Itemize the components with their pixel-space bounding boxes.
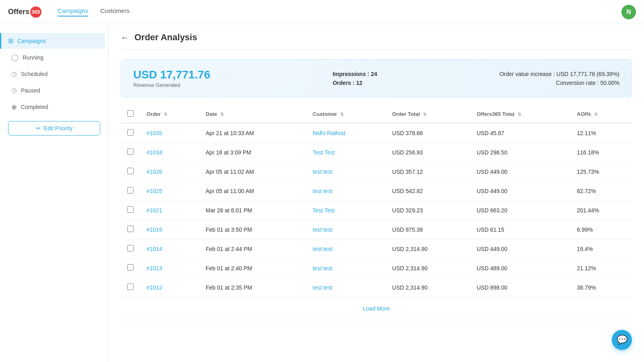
order-link-0[interactable]: #1035 bbox=[147, 130, 162, 136]
nav-campaigns[interactable]: Campaigns bbox=[58, 7, 88, 16]
row-checkbox-8[interactable] bbox=[127, 284, 134, 290]
order-link-4[interactable]: #1021 bbox=[147, 207, 162, 214]
order-link-2[interactable]: #1026 bbox=[147, 169, 162, 175]
back-button[interactable]: ← bbox=[121, 33, 129, 42]
stats-right: Order value increase : USD 17,771.76 (69… bbox=[500, 71, 619, 86]
orders-table: Order ⇅ Date ⇅ Customer ⇅ Order Total ⇅ bbox=[121, 105, 632, 320]
table-row: #1021 Mar 28 at 6:01 PM Test Test USD 32… bbox=[121, 201, 632, 220]
row-customer-6: test test bbox=[306, 239, 386, 259]
row-offers365-total-7: USD 489.00 bbox=[470, 259, 570, 278]
order-link-1[interactable]: #1034 bbox=[147, 149, 162, 156]
row-checkbox-6[interactable] bbox=[127, 245, 134, 251]
row-checkbox-4[interactable] bbox=[127, 206, 134, 213]
customer-link-2[interactable]: test test bbox=[313, 169, 332, 175]
row-order-total-2: USD 357.12 bbox=[386, 162, 470, 181]
table-row: #1012 Feb 01 at 2:35 PM test test USD 2,… bbox=[121, 278, 632, 297]
order-value-increase-label: Order value increase : bbox=[500, 71, 555, 77]
logo-text: Offers bbox=[8, 8, 29, 16]
customer-sort-icon: ⇅ bbox=[340, 112, 344, 117]
row-checkbox-2[interactable] bbox=[127, 168, 134, 174]
user-avatar[interactable]: N bbox=[621, 5, 636, 19]
order-link-3[interactable]: #1025 bbox=[147, 188, 162, 194]
customer-link-0[interactable]: Nidhi Rathod bbox=[313, 130, 345, 136]
order-link-5[interactable]: #1016 bbox=[147, 226, 162, 233]
row-checkbox-cell bbox=[121, 239, 140, 259]
nav-links: Campaigns Customers bbox=[58, 7, 129, 16]
chat-fab-button[interactable]: 💬 bbox=[612, 330, 632, 350]
row-checkbox-7[interactable] bbox=[127, 264, 134, 271]
orders-value: 12 bbox=[356, 80, 363, 86]
row-aoi-5: 6.99% bbox=[570, 220, 632, 239]
select-all-checkbox[interactable] bbox=[127, 110, 134, 117]
row-checkbox-0[interactable] bbox=[127, 129, 134, 136]
edit-priority-button[interactable]: ✏ Edit Priority bbox=[8, 121, 100, 136]
row-date-7: Feb 01 at 2:40 PM bbox=[199, 259, 306, 278]
row-order-total-1: USD 256.93 bbox=[386, 143, 470, 162]
row-customer-3: test test bbox=[306, 181, 386, 201]
row-order-total-7: USD 2,314.90 bbox=[386, 259, 470, 278]
row-offers365-total-4: USD 663.20 bbox=[470, 201, 570, 220]
stats-left: USD 17,771.76 Revenue Generated bbox=[133, 68, 210, 88]
order-value-increase-row: Order value increase : USD 17,771.76 (69… bbox=[500, 71, 619, 77]
row-aoi-1: 116.18% bbox=[570, 143, 632, 162]
row-checkbox-cell bbox=[121, 181, 140, 201]
row-aoi-4: 201.44% bbox=[570, 201, 632, 220]
conversion-rate-value: 50.00% bbox=[601, 80, 619, 86]
customer-link-3[interactable]: test test bbox=[313, 188, 332, 194]
col-date[interactable]: Date ⇅ bbox=[199, 105, 306, 123]
row-customer-1: Test Test bbox=[306, 143, 386, 162]
row-checkbox-3[interactable] bbox=[127, 187, 134, 193]
row-order-8: #1012 bbox=[140, 278, 199, 297]
row-checkbox-5[interactable] bbox=[127, 226, 134, 232]
row-date-3: Apr 05 at 11:00 AM bbox=[199, 181, 306, 201]
row-offers365-total-0: USD 45.87 bbox=[470, 123, 570, 143]
row-checkbox-cell bbox=[121, 259, 140, 278]
sidebar-item-completed[interactable]: ◉ Completed bbox=[3, 99, 105, 115]
row-customer-4: Test Test bbox=[306, 201, 386, 220]
load-more-row: Load More bbox=[121, 297, 632, 320]
impressions-label: Impressions : bbox=[332, 71, 369, 77]
col-order[interactable]: Order ⇅ bbox=[140, 105, 199, 123]
col-offers365-total[interactable]: Offers365 Total ⇅ bbox=[470, 105, 570, 123]
row-offers365-total-6: USD 449.00 bbox=[470, 239, 570, 259]
order-link-7[interactable]: #1013 bbox=[147, 265, 162, 272]
row-checkbox-1[interactable] bbox=[127, 148, 134, 155]
sidebar-item-scheduled[interactable]: ◷ Scheduled bbox=[3, 66, 105, 82]
row-order-total-5: USD 875.38 bbox=[386, 220, 470, 239]
page-title: Order Analysis bbox=[134, 32, 197, 43]
order-link-8[interactable]: #1012 bbox=[147, 284, 162, 291]
row-date-6: Feb 01 at 2:44 PM bbox=[199, 239, 306, 259]
row-customer-7: test test bbox=[306, 259, 386, 278]
stats-card: USD 17,771.76 Revenue Generated Impressi… bbox=[121, 59, 632, 97]
col-order-total[interactable]: Order Total ⇅ bbox=[386, 105, 470, 123]
customer-link-4[interactable]: Test Test bbox=[313, 207, 335, 214]
col-aoi[interactable]: AOI% ⇅ bbox=[570, 105, 632, 123]
sidebar-item-paused[interactable]: ◷ Paused bbox=[3, 82, 105, 98]
col-customer[interactable]: Customer ⇅ bbox=[306, 105, 386, 123]
load-more-button[interactable]: Load More bbox=[363, 305, 390, 312]
row-order-7: #1013 bbox=[140, 259, 199, 278]
col-date-label: Date bbox=[206, 111, 217, 117]
row-order-5: #1016 bbox=[140, 220, 199, 239]
table-row: #1025 Apr 05 at 11:00 AM test test USD 5… bbox=[121, 181, 632, 201]
sidebar-item-campaigns[interactable]: ⊞ Campaigns bbox=[0, 33, 105, 49]
customer-link-5[interactable]: test test bbox=[313, 226, 332, 233]
customer-link-8[interactable]: test test bbox=[313, 284, 332, 291]
customer-link-6[interactable]: test test bbox=[313, 246, 332, 252]
sidebar-item-running[interactable]: ◯ Running bbox=[3, 49, 105, 65]
row-offers365-total-5: USD 61.15 bbox=[470, 220, 570, 239]
row-checkbox-cell bbox=[121, 143, 140, 162]
row-checkbox-cell bbox=[121, 278, 140, 297]
row-order-total-4: USD 329.23 bbox=[386, 201, 470, 220]
row-aoi-3: 82.72% bbox=[570, 181, 632, 201]
customer-link-7[interactable]: test test bbox=[313, 265, 332, 272]
order-link-6[interactable]: #1014 bbox=[147, 246, 162, 252]
row-customer-8: test test bbox=[306, 278, 386, 297]
table-row: #1014 Feb 01 at 2:44 PM test test USD 2,… bbox=[121, 239, 632, 259]
col-checkbox bbox=[121, 105, 140, 123]
nav-customers[interactable]: Customers bbox=[100, 7, 130, 16]
table-row: #1016 Feb 01 at 3:50 PM test test USD 87… bbox=[121, 220, 632, 239]
customer-link-1[interactable]: Test Test bbox=[313, 149, 335, 156]
revenue-label: Revenue Generated bbox=[133, 82, 210, 88]
top-nav: Offers 365 Campaigns Customers N bbox=[0, 0, 644, 24]
